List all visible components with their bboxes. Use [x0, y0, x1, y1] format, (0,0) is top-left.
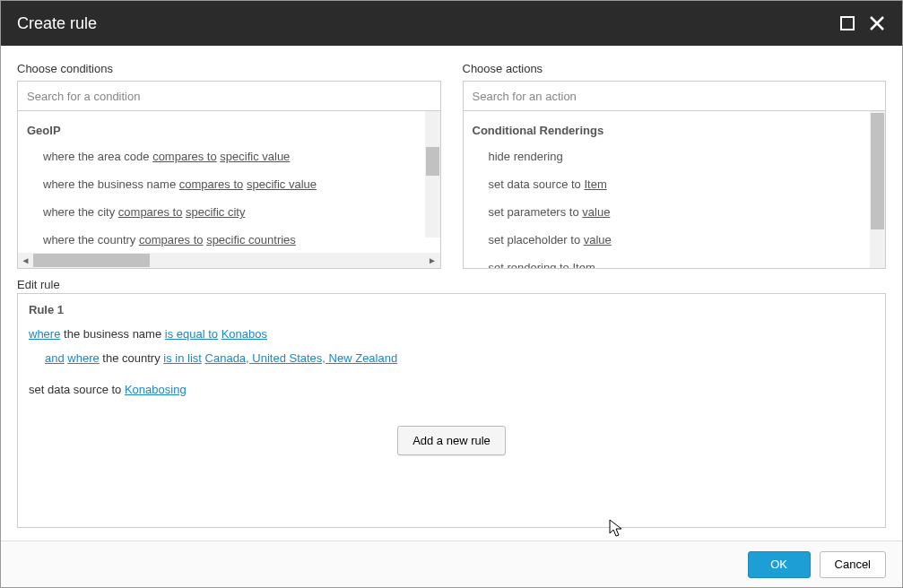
conditions-group-header: GeoIP: [18, 118, 440, 143]
rule-action-value-link[interactable]: Konabosing: [125, 383, 187, 396]
create-rule-dialog: Create rule Choose conditions GeoIP wher…: [0, 0, 903, 588]
rule-operator-link[interactable]: is equal to: [165, 327, 218, 341]
rule-operator-link[interactable]: is in list: [163, 351, 202, 365]
cancel-button[interactable]: Cancel: [820, 551, 886, 578]
actions-label: Choose actions: [463, 62, 887, 75]
window-controls: [839, 14, 886, 32]
action-param-link[interactable]: value: [584, 233, 612, 246]
action-item[interactable]: hide rendering: [464, 143, 886, 170]
actions-list-inner: Conditional Renderings hide rendering se…: [464, 111, 886, 268]
rule-action-line: set data source to Konabosing: [29, 381, 874, 400]
actions-vscrollbar[interactable]: [870, 111, 885, 268]
conditions-hscrollbar[interactable]: ◄ ►: [18, 253, 440, 268]
condition-item[interactable]: where the area code compares to specific…: [18, 143, 440, 170]
action-param-link[interactable]: Item: [572, 261, 595, 268]
conditions-column: Choose conditions GeoIP where the area c…: [17, 62, 441, 269]
rule-condition-line: and where the country is in list Canada,…: [45, 350, 874, 368]
condition-param-link[interactable]: specific value: [247, 177, 317, 191]
dialog-title: Create rule: [17, 14, 97, 33]
action-param-link[interactable]: value: [582, 205, 610, 219]
hscroll-right-arrow[interactable]: ►: [425, 253, 440, 268]
conditions-search-input[interactable]: [17, 81, 441, 111]
vscroll-thumb[interactable]: [426, 147, 439, 176]
hscroll-left-arrow[interactable]: ◄: [18, 253, 33, 268]
hscroll-thumb[interactable]: [33, 254, 150, 267]
condition-operator-link[interactable]: compares to: [179, 177, 244, 191]
action-item[interactable]: set parameters to value: [464, 198, 886, 226]
dialog-footer: OK Cancel: [1, 540, 902, 587]
condition-item[interactable]: where the city compares to specific city: [18, 198, 440, 226]
condition-item[interactable]: where the business name compares to spec…: [18, 170, 440, 198]
rule-value-link[interactable]: Canada, United States, New Zealand: [205, 351, 398, 365]
conditions-list-inner: GeoIP where the area code compares to sp…: [18, 111, 440, 253]
edit-rule-label: Edit rule: [17, 278, 886, 291]
condition-param-link[interactable]: specific countries: [206, 233, 296, 246]
condition-param-link[interactable]: specific city: [186, 205, 245, 219]
rule-value-link[interactable]: Konabos: [221, 327, 267, 341]
dialog-content: Choose conditions GeoIP where the area c…: [1, 46, 902, 540]
rule-where-link[interactable]: where: [29, 327, 60, 341]
rule-condition-line: where the business name is equal to Kona…: [29, 325, 874, 344]
rule-where-link[interactable]: where: [67, 351, 99, 365]
condition-item[interactable]: where the country compares to specific c…: [18, 226, 440, 253]
condition-param-link[interactable]: specific value: [220, 150, 290, 163]
actions-list: Conditional Renderings hide rendering se…: [463, 111, 887, 269]
svg-rect-0: [841, 17, 854, 30]
actions-group-header: Conditional Renderings: [464, 118, 886, 143]
close-icon[interactable]: [868, 14, 886, 32]
add-rule-wrap: Add a new rule: [29, 426, 874, 455]
rule-and-link[interactable]: and: [45, 351, 65, 365]
conditions-label: Choose conditions: [17, 62, 441, 75]
condition-operator-link[interactable]: compares to: [118, 205, 183, 219]
columns: Choose conditions GeoIP where the area c…: [17, 62, 886, 269]
action-item[interactable]: set data source to Item: [464, 170, 886, 198]
action-param-link[interactable]: Item: [584, 177, 606, 191]
action-item[interactable]: set rendering to Item: [464, 254, 886, 268]
actions-column: Choose actions Conditional Renderings hi…: [463, 62, 887, 269]
vscroll-thumb[interactable]: [871, 113, 884, 229]
titlebar: Create rule: [1, 1, 902, 46]
edit-rule-panel: Rule 1 where the business name is equal …: [17, 293, 886, 528]
rule-title: Rule 1: [29, 303, 874, 316]
conditions-list: GeoIP where the area code compares to sp…: [17, 111, 441, 269]
condition-operator-link[interactable]: compares to: [152, 150, 217, 163]
maximize-icon[interactable]: [839, 15, 855, 31]
conditions-vscrollbar[interactable]: [425, 111, 440, 238]
add-new-rule-button[interactable]: Add a new rule: [397, 426, 506, 455]
actions-search-input[interactable]: [463, 81, 887, 111]
condition-operator-link[interactable]: compares to: [139, 233, 204, 246]
action-item[interactable]: set placeholder to value: [464, 226, 886, 254]
ok-button[interactable]: OK: [748, 551, 811, 578]
